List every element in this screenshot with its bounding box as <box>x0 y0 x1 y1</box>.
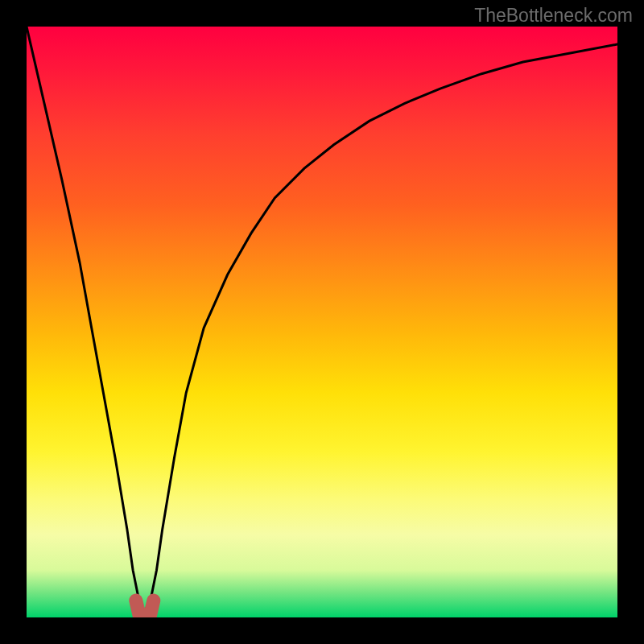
minima-highlight <box>136 601 154 614</box>
bottleneck-curve <box>27 27 617 612</box>
chart-frame: TheBottleneck.com <box>0 0 644 644</box>
watermark-text: TheBottleneck.com <box>474 5 633 27</box>
chart-plot-area <box>27 27 617 617</box>
chart-svg <box>27 27 617 617</box>
